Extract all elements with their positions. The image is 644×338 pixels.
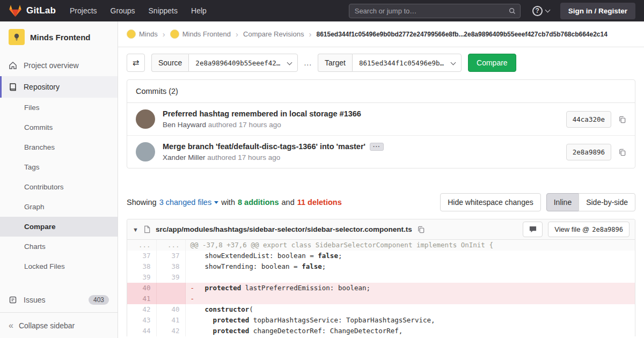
changed-files-dropdown[interactable]: 3 changed files — [159, 198, 219, 207]
gitlab-home-link[interactable]: GitLab — [9, 4, 56, 17]
diff-file-panel: ▼ src/app/modules/hashtags/sidebar-selec… — [127, 219, 635, 336]
nav-item-projects[interactable]: Projects — [70, 6, 97, 15]
side-by-side-view-button[interactable]: Side-by-side — [579, 193, 635, 211]
diff-line-hunk: ......@@ -37,8 +37,6 @@ export class Sid… — [127, 240, 635, 251]
old-line-number[interactable]: 42 — [127, 304, 156, 315]
comment-icon — [529, 225, 537, 233]
breadcrumb-separator: › — [236, 30, 238, 39]
sidebar-item-charts[interactable]: Charts — [0, 237, 118, 256]
sidebar-item-locked-files[interactable]: Locked Files — [0, 256, 118, 276]
sidebar-item-label: Repository — [24, 83, 60, 91]
copy-file-path-button[interactable] — [417, 225, 425, 233]
commit-authored-time: authored 17 hours ago — [208, 121, 281, 129]
new-line-number[interactable]: 41 — [156, 315, 185, 326]
toggle-comments-button[interactable] — [523, 222, 543, 237]
collapse-sidebar-button[interactable]: « Collapse sidebar — [0, 312, 118, 338]
code-token — [197, 327, 213, 335]
sidebar-item-commits[interactable]: Commits — [0, 117, 118, 137]
collapse-diff-caret-icon[interactable]: ▼ — [133, 226, 138, 233]
copy-icon — [618, 115, 626, 123]
sign-in-register-button[interactable]: Sign in / Register — [560, 3, 635, 19]
old-line-number[interactable]: 40 — [127, 283, 156, 293]
new-line-number[interactable] — [156, 283, 185, 293]
code-token: ; — [322, 262, 326, 270]
caret-down-icon — [214, 201, 218, 204]
commit-sha-button[interactable]: 2e8a9896 — [566, 144, 611, 160]
sidebar-item-compare[interactable]: Compare — [0, 217, 118, 237]
diff-line-removed: 41- — [127, 293, 635, 304]
changed-files-label: 3 changed files — [159, 198, 212, 207]
code-token: ; — [338, 252, 342, 260]
new-line-number[interactable]: 39 — [156, 272, 185, 283]
sidebar-item-project-overview[interactable]: Project overview — [0, 55, 118, 76]
collapse-label: Collapse sidebar — [19, 321, 75, 330]
commit-authored-time: authored 17 hours ago — [207, 153, 280, 161]
deletions-count: 11 deletions — [297, 198, 342, 207]
hide-whitespace-button[interactable]: Hide whitespace changes — [440, 193, 541, 211]
new-line-number[interactable]: 38 — [156, 261, 185, 272]
nav-item-snippets[interactable]: Snippets — [149, 6, 178, 15]
file-path[interactable]: src/app/modules/hashtags/sidebar-selecto… — [156, 225, 412, 233]
commit-row: Preferred hashtag remembered in local st… — [127, 103, 635, 135]
code-token: protected — [205, 284, 241, 292]
old-line-number[interactable]: 43 — [127, 315, 156, 326]
sidebar-item-tags[interactable]: Tags — [0, 157, 118, 177]
code-token: showExtendedList: boolean = — [197, 252, 318, 260]
compare-button[interactable]: Compare — [468, 54, 516, 72]
commit-title-link[interactable]: Merge branch 'feat/default-disc-tags-136… — [163, 142, 365, 151]
code-token: false — [318, 252, 338, 260]
sidebar-item-files[interactable]: Files — [0, 98, 118, 117]
expand-commit-message-button[interactable]: ··· — [370, 143, 384, 151]
old-line-number[interactable]: 44 — [127, 326, 156, 336]
new-line-number[interactable]: ... — [156, 240, 185, 251]
new-line-number[interactable]: 42 — [156, 326, 185, 336]
commit-info: Merge branch 'feat/default-disc-tags-136… — [163, 142, 384, 161]
commit-author-name[interactable]: Ben Hayward — [163, 121, 206, 129]
project-sidebar: Minds Frontend Project overview Reposito… — [0, 21, 118, 338]
sidebar-item-branches[interactable]: Branches — [0, 137, 118, 157]
sidebar-item-repository[interactable]: Repository — [0, 76, 118, 98]
diff-marker — [186, 326, 197, 336]
diff-marker — [186, 304, 197, 315]
revision-range-dots: ... — [304, 58, 312, 67]
copy-sha-button[interactable] — [618, 115, 626, 123]
chevron-down-icon — [287, 60, 292, 65]
breadcrumb-separator: › — [163, 30, 165, 39]
diff-marker — [186, 272, 197, 283]
sidebar-item-graph[interactable]: Graph — [0, 197, 118, 217]
old-line-number[interactable]: 41 — [127, 293, 156, 304]
old-line-number[interactable]: 39 — [127, 272, 156, 283]
target-label: Target — [318, 54, 352, 72]
diff-code-cell: constructor( — [185, 304, 635, 315]
breadcrumb-item-minds-frontend[interactable]: Minds Frontend — [170, 30, 231, 39]
search-input[interactable] — [349, 4, 521, 18]
commit-sha-button[interactable]: 44ca320e — [566, 111, 611, 128]
target-revision-dropdown[interactable]: 8615ed344f1c05496e9b… — [352, 54, 462, 72]
old-line-number[interactable]: 37 — [127, 251, 156, 261]
inline-view-button[interactable]: Inline — [546, 193, 579, 211]
swap-revisions-button[interactable]: ⇄ — [127, 54, 145, 72]
new-line-number[interactable]: 40 — [156, 304, 185, 315]
new-line-number[interactable] — [156, 293, 185, 304]
help-menu[interactable]: ? — [532, 6, 550, 16]
copy-sha-button[interactable] — [618, 148, 626, 156]
breadcrumb-item-compare-revisions[interactable]: Compare Revisions — [243, 30, 304, 38]
commit-author-name[interactable]: Xander Miller — [163, 153, 206, 161]
new-line-number[interactable]: 37 — [156, 251, 185, 261]
sidebar-item-contributors[interactable]: Contributors — [0, 177, 118, 197]
nav-item-groups[interactable]: Groups — [111, 6, 135, 15]
breadcrumb-label: 8615ed344f1c05496e9b0bd2772e24799566e8fb… — [316, 31, 607, 38]
old-line-number[interactable]: ... — [127, 240, 156, 251]
view-file-button[interactable]: View file @ 2e8a9896 — [548, 222, 630, 237]
commit-title-link[interactable]: Preferred hashtag remembered in local st… — [163, 109, 361, 118]
old-line-number[interactable]: 38 — [127, 261, 156, 272]
breadcrumb-item-minds[interactable]: Minds — [127, 30, 158, 39]
code-token: constructor — [205, 305, 250, 313]
diff-code-cell: - protected lastPreferredEmission: boole… — [185, 283, 635, 293]
sidebar-item-issues[interactable]: Issues 403 — [0, 289, 118, 311]
project-context[interactable]: Minds Frontend — [0, 21, 118, 53]
breadcrumb-label: Compare Revisions — [243, 30, 304, 38]
nav-item-help[interactable]: Help — [191, 6, 207, 15]
source-revision-dropdown[interactable]: 2e8a9896409b55eeef42… — [188, 54, 298, 72]
collapse-icon: « — [9, 321, 13, 330]
